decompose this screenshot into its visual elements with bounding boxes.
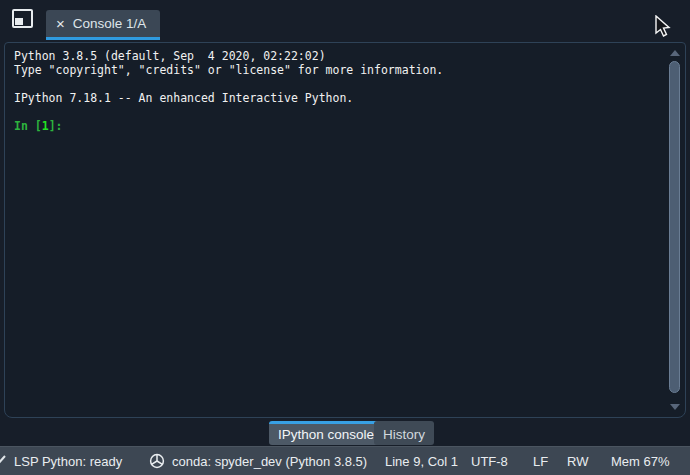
browse-tabs-icon-page: [15, 18, 23, 25]
console-pane-toolbar: × Console 1/A: [0, 0, 690, 42]
eol-status: LF: [533, 447, 548, 475]
tab-label: Console 1/A: [73, 16, 147, 31]
console-line: IPython 7.18.1 -- An enhanced Interactiv…: [14, 91, 661, 105]
scroll-up-arrow-icon[interactable]: [670, 50, 680, 56]
permissions-status: RW: [567, 447, 588, 475]
console-line: [14, 105, 661, 119]
lsp-status: LSP Python: ready: [14, 447, 122, 475]
mouse-cursor: [653, 15, 673, 39]
cursor-position-status: Line 9, Col 1: [385, 447, 458, 475]
encoding-status: UTF-8: [471, 447, 508, 475]
tab-history[interactable]: History: [374, 421, 434, 445]
prompt-close: ]:: [49, 119, 63, 133]
console-line: [14, 77, 661, 91]
scroll-down-arrow-icon[interactable]: [670, 404, 680, 410]
close-icon[interactable]: ×: [56, 16, 65, 31]
status-bar: LSP Python: ready conda: spyder_dev (Pyt…: [0, 446, 690, 475]
conda-env-label: conda: spyder_dev (Python 3.8.5): [172, 454, 367, 469]
tab-console-1a[interactable]: × Console 1/A: [46, 10, 160, 40]
console-text[interactable]: Python 3.8.5 (default, Sep 4 2020, 02:22…: [14, 49, 661, 133]
tab-ipython-console[interactable]: IPython console: [269, 421, 383, 445]
pane-tab-strip: IPython console History: [0, 418, 690, 446]
console-line: Python 3.8.5 (default, Sep 4 2020, 02:22…: [14, 49, 661, 63]
conda-package-icon: [149, 453, 165, 469]
browse-tabs-icon[interactable]: [12, 9, 33, 28]
input-prompt[interactable]: In [1]:: [14, 119, 661, 133]
lsp-check-icon: [0, 454, 7, 468]
memory-status: Mem 67%: [611, 447, 670, 475]
prompt-number: 1: [42, 119, 49, 133]
conda-env-status[interactable]: conda: spyder_dev (Python 3.8.5): [149, 447, 367, 475]
ipython-console-output[interactable]: Python 3.8.5 (default, Sep 4 2020, 02:22…: [4, 42, 686, 418]
prompt-open: In [: [14, 119, 42, 133]
scrollbar-thumb[interactable]: [669, 61, 680, 393]
console-line: Type "copyright", "credits" or "license"…: [14, 63, 661, 77]
vertical-scrollbar[interactable]: [667, 46, 683, 414]
